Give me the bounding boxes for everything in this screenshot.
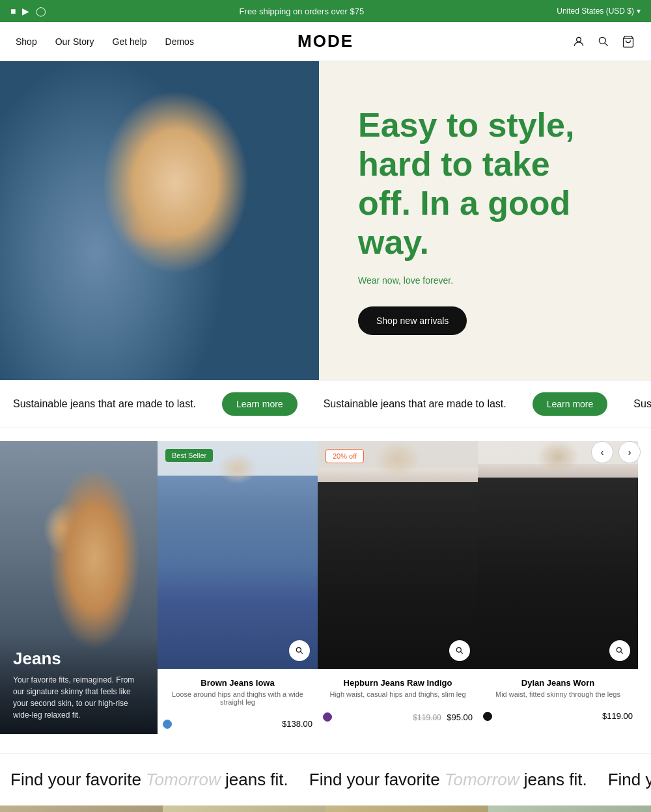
color-swatch-1[interactable] [163, 720, 172, 729]
product-footer-1: $138.00 [158, 719, 318, 729]
product-price-old-2: $119.00 [413, 713, 441, 722]
svg-point-6 [456, 647, 461, 652]
shop-arrivals-button[interactable]: Shop new arrivals [358, 306, 467, 335]
bottom-text-highlight-1: Tomorrow [146, 770, 221, 789]
product-info-2: Hepburn Jeans Raw Indigo High waist, cas… [318, 669, 478, 711]
bottom-image-2 [163, 805, 326, 812]
product-image-3[interactable] [478, 441, 638, 669]
nav-shop[interactable]: Shop [16, 36, 37, 47]
product-photo-2 [318, 441, 478, 669]
main-nav: Shop Our Story Get help Demos MODE [0, 22, 651, 61]
svg-line-5 [300, 651, 302, 653]
product-info-3: Dylan Jeans Worn Mid waist, fitted skinn… [478, 669, 638, 711]
carousel-nav: ‹ › [591, 441, 641, 463]
product-desc-2: High waist, casual hips and thighs, slim… [323, 690, 473, 698]
carousel-next-button[interactable]: › [618, 441, 641, 463]
product-name-2: Hepburn Jeans Raw Indigo [323, 678, 473, 688]
region-text: United States (USD $) [557, 7, 634, 16]
bottom-image-1 [0, 805, 163, 812]
learn-more-button[interactable]: Learn more [222, 392, 298, 416]
site-logo[interactable]: MODE [298, 31, 353, 51]
product-info-1: Brown Jeans Iowa Loose around hips and t… [158, 669, 318, 719]
marquee-strip: Sustainable jeans that are made to last.… [0, 380, 651, 428]
youtube-icon[interactable]: ▶ [22, 6, 29, 16]
marquee-inner: Sustainable jeans that are made to last.… [0, 392, 651, 416]
search-icon[interactable] [596, 34, 611, 49]
product-card-3: Dylan Jeans Worn Mid waist, fitted skinn… [478, 441, 638, 734]
shipping-text: Free shipping on orders over $75 [240, 7, 365, 16]
svg-line-7 [460, 651, 462, 653]
hero-model-photo [0, 61, 319, 380]
product-image-1[interactable]: Best Seller [158, 441, 318, 669]
product-name-1: Brown Jeans Iowa [163, 678, 312, 688]
bottom-image-3 [326, 805, 488, 812]
category-overlay: Jeans Your favorite fits, reimagined. Fr… [0, 636, 158, 734]
zoom-button-3[interactable] [609, 640, 630, 661]
product-footer-3: $119.00 [478, 711, 638, 721]
color-swatch-3[interactable] [483, 712, 492, 721]
hero-title: Easy to style, hard to take off. In a go… [358, 106, 612, 262]
bottom-marquee-inner: Find your favorite Tomorrow jeans fit. F… [0, 770, 651, 790]
facebook-icon[interactable]: ■ [10, 6, 16, 16]
bottom-text-plain2-1: jeans fit. [225, 770, 288, 789]
marquee-text-1: Sustainable jeans that are made to last. [0, 398, 209, 410]
svg-line-9 [620, 651, 622, 653]
bottom-image-strip [0, 805, 651, 812]
nav-get-help[interactable]: Get help [113, 36, 147, 47]
product-price-wrap-2: $119.00 $95.00 [413, 711, 473, 723]
product-card-1: Best Seller Brown Jeans Iowa Loose aroun… [158, 441, 318, 734]
bottom-text-plain-2: Find your favorite [309, 770, 440, 789]
svg-point-4 [296, 647, 301, 652]
product-desc-3: Mid waist, fitted skinny through the leg… [483, 690, 633, 698]
product-card-2: 20% off Hepburn Jeans Raw Indigo High wa… [318, 441, 478, 734]
category-title: Jeans [13, 649, 145, 669]
banner-message: Free shipping on orders over $75 [46, 7, 557, 16]
svg-point-1 [599, 37, 605, 44]
product-figure-1 [158, 441, 318, 669]
hero-subtitle: Wear now, love forever. [358, 275, 612, 286]
bottom-marquee: Find your favorite Tomorrow jeans fit. F… [0, 753, 651, 805]
hero-image [0, 61, 319, 380]
product-figure-3 [478, 441, 638, 669]
product-photo-3 [478, 441, 638, 669]
product-price-3: $119.00 [602, 711, 633, 721]
carousel-prev-button[interactable]: ‹ [591, 441, 613, 463]
chevron-down-icon: ▾ [637, 7, 641, 16]
cart-icon[interactable] [621, 34, 635, 49]
product-image-2[interactable]: 20% off [318, 441, 478, 669]
svg-point-0 [577, 37, 581, 42]
product-figure-2 [318, 441, 478, 669]
product-name-3: Dylan Jeans Worn [483, 678, 633, 688]
learn-more-button-2[interactable]: Learn more [533, 392, 608, 416]
product-footer-2: $119.00 $95.00 [318, 711, 478, 723]
product-price-1: $138.00 [282, 719, 312, 729]
hero-content: Easy to style, hard to take off. In a go… [319, 61, 651, 380]
product-photo-1 [158, 441, 318, 669]
bottom-text-plain2-2: jeans fit. [524, 770, 587, 789]
product-desc-1: Loose around hips and thighs with a wide… [163, 690, 312, 706]
color-swatch-2[interactable] [323, 712, 332, 722]
zoom-button-1[interactable] [289, 640, 310, 661]
products-section: ‹ › Jeans Your favorite fits, reimagined… [0, 428, 651, 753]
region-selector[interactable]: United States (USD $) ▾ [557, 7, 641, 16]
category-card-jeans: Jeans Your favorite fits, reimagined. Fr… [0, 441, 158, 734]
product-price-sale-2: $95.00 [447, 712, 473, 722]
category-description: Your favorite fits, reimagined. From our… [13, 674, 145, 721]
sale-badge: 20% off [326, 449, 364, 463]
nav-left-links: Shop Our Story Get help Demos [16, 36, 194, 47]
bottom-text-2: Find your favorite Tomorrow jeans fit. [299, 770, 598, 790]
nav-demos[interactable]: Demos [165, 36, 194, 47]
bottom-text-plain-3: Find your favorite [608, 770, 651, 789]
nav-our-story[interactable]: Our Story [55, 36, 94, 47]
marquee-text-2: Sustainable jeans that are made to last. [311, 398, 519, 410]
social-icons: ■ ▶ ◯ [10, 6, 46, 16]
account-icon[interactable] [572, 34, 586, 49]
svg-line-2 [605, 43, 608, 46]
instagram-icon[interactable]: ◯ [36, 6, 46, 16]
hero-section: Easy to style, hard to take off. In a go… [0, 61, 651, 380]
best-seller-badge: Best Seller [165, 449, 213, 462]
bottom-image-4 [488, 805, 651, 812]
zoom-button-2[interactable] [449, 640, 470, 661]
bottom-text-highlight-2: Tomorrow [445, 770, 519, 789]
bottom-text-3: Find your favorite Tomorrow jeans fit. [598, 770, 651, 790]
